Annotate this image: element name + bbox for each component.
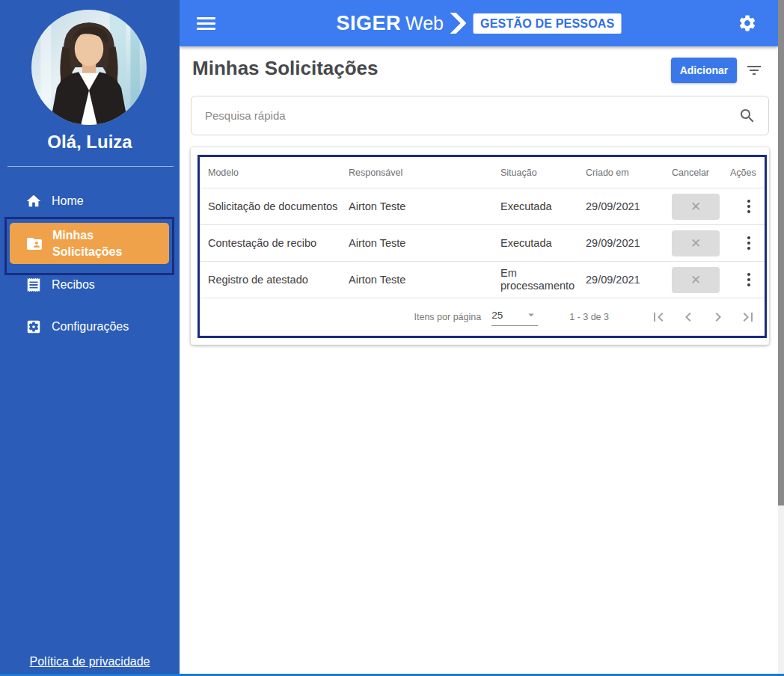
receipt-icon [25, 277, 42, 293]
hamburger-menu-icon[interactable] [197, 17, 215, 30]
first-page-icon[interactable] [649, 308, 667, 326]
sidebar-item-label: Minhas Solicitações [52, 227, 157, 260]
search-icon[interactable] [738, 107, 756, 125]
column-header-criado-em: Criado em [586, 168, 672, 178]
cancel-button[interactable]: ✕ [672, 194, 720, 220]
annotation-box-table: Modelo Responsável Situação Criado em Ca… [197, 155, 767, 338]
cell-responsavel: Airton Teste [349, 274, 500, 286]
cell-responsavel: Airton Teste [349, 237, 500, 249]
table-pagination-bar: Itens por página 25 1 - 3 de 3 [200, 298, 765, 336]
row-actions-kebab-icon[interactable] [747, 273, 756, 286]
sidebar-item-label: Home [52, 194, 84, 208]
items-per-page-value: 25 [491, 310, 503, 321]
page-title: Minhas Solicitações [192, 57, 379, 80]
sidebar-item-recibos[interactable]: Recibos [0, 274, 180, 295]
sidebar: Olá, Luiza Home Minhas Solicitações Reci… [0, 0, 180, 676]
previous-page-icon[interactable] [679, 308, 697, 326]
table-row: Registro de atestado Airton Teste Em pro… [200, 262, 765, 298]
column-header-situacao: Situação [500, 168, 586, 178]
row-actions-kebab-icon[interactable] [747, 236, 756, 250]
avatar-illustration [31, 10, 147, 125]
cell-criado-em: 29/09/2021 [586, 274, 672, 286]
filter-icon[interactable] [744, 61, 764, 79]
privacy-policy-link[interactable]: Política de privacidade [0, 655, 180, 669]
table-header-row: Modelo Responsável Situação Criado em Ca… [200, 157, 765, 188]
column-header-modelo: Modelo [208, 168, 349, 178]
column-header-acoes: Ações [730, 168, 756, 178]
column-header-cancelar: Cancelar [672, 168, 730, 178]
cell-modelo: Registro de atestado [208, 274, 349, 286]
logo-chevron-icon [450, 13, 467, 34]
settings-gear-icon[interactable] [738, 13, 757, 33]
cell-situacao: Em processamento [500, 267, 586, 292]
pagination-range-label: 1 - 3 de 3 [569, 312, 609, 322]
chevron-down-icon [524, 308, 538, 322]
logo-secondary-text: Web [405, 13, 444, 34]
logo-primary-text: SIGER [337, 12, 402, 35]
last-page-icon[interactable] [739, 308, 757, 326]
cell-criado-em: 29/09/2021 [586, 237, 672, 249]
logo-badge: GESTÃO DE PESSOAS [474, 13, 621, 34]
sidebar-divider [7, 166, 174, 167]
search-input[interactable] [205, 96, 729, 135]
requests-table-card: Modelo Responsável Situação Criado em Ca… [191, 147, 769, 345]
cell-modelo: Contestação de recibo [208, 237, 349, 249]
items-per-page-select[interactable]: 25 [491, 308, 538, 326]
settings-applications-icon [25, 319, 42, 335]
row-actions-kebab-icon[interactable] [747, 200, 756, 213]
table-row: Contestação de recibo Airton Teste Execu… [200, 225, 765, 262]
avatar [31, 10, 147, 125]
add-button[interactable]: Adicionar [671, 58, 737, 83]
pager-controls [649, 308, 757, 326]
cell-modelo: Solicitação de documentos [208, 200, 349, 212]
sidebar-item-label: Configurações [52, 320, 129, 334]
home-icon [25, 193, 42, 209]
sidebar-item-label: Recibos [52, 278, 95, 292]
next-page-icon[interactable] [709, 308, 727, 326]
app-logo: SIGER Web GESTÃO DE PESSOAS [337, 0, 622, 46]
sidebar-item-configuracoes[interactable]: Configurações [0, 316, 180, 337]
vertical-scrollbar [778, 0, 784, 676]
sidebar-item-minhas-solicitacoes[interactable]: Minhas Solicitações [10, 223, 169, 264]
folder-shared-icon [25, 235, 43, 253]
scrollbar-thumb[interactable] [778, 0, 784, 506]
top-app-bar: SIGER Web GESTÃO DE PESSOAS [180, 0, 778, 46]
cell-criado-em: 29/09/2021 [586, 200, 672, 212]
items-per-page-label: Itens por página [414, 312, 482, 322]
table-row: Solicitação de documentos Airton Teste E… [200, 188, 765, 225]
cancel-button[interactable]: ✕ [672, 230, 720, 256]
sidebar-item-home[interactable]: Home [0, 191, 180, 212]
cell-situacao: Executada [500, 200, 586, 213]
user-greeting: Olá, Luiza [0, 132, 180, 153]
column-header-responsavel: Responsável [349, 168, 500, 178]
search-box [191, 96, 769, 135]
cell-situacao: Executada [500, 237, 586, 250]
cell-responsavel: Airton Teste [349, 200, 500, 212]
cancel-button[interactable]: ✕ [672, 267, 720, 293]
